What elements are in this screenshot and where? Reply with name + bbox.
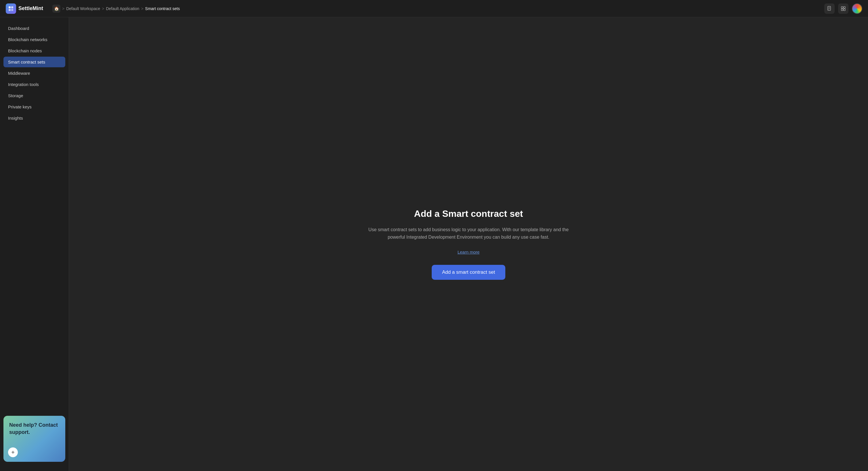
svg-rect-11 — [843, 9, 845, 11]
sidebar-item-integration-tools[interactable]: Integration tools — [3, 79, 65, 90]
breadcrumb-sep-1: > — [62, 6, 64, 11]
sidebar-item-blockchain-nodes[interactable]: Blockchain nodes — [3, 45, 65, 56]
avatar[interactable] — [852, 3, 862, 14]
main-content: Add a Smart contract set Use smart contr… — [69, 17, 868, 471]
breadcrumb-home-icon[interactable]: 🏠 — [52, 5, 60, 13]
breadcrumb-sep-2: > — [102, 6, 104, 11]
nav-items: Dashboard Blockchain networks Blockchain… — [0, 23, 69, 410]
grid-button[interactable] — [838, 3, 848, 14]
logo-icon — [6, 3, 16, 14]
breadcrumb-current: Smart contract sets — [145, 6, 180, 11]
page-title: Add a Smart contract set — [368, 209, 569, 219]
layout: Dashboard Blockchain networks Blockchain… — [0, 17, 868, 471]
breadcrumb-workspace[interactable]: Default Workspace — [66, 6, 100, 11]
svg-rect-1 — [11, 6, 13, 8]
help-card-button[interactable]: + — [8, 447, 18, 457]
help-card-text: Need help? Contact support. — [9, 421, 60, 436]
breadcrumb-application[interactable]: Default Application — [106, 6, 139, 11]
header-right — [824, 3, 862, 14]
svg-rect-0 — [9, 6, 11, 8]
sidebar-item-private-keys[interactable]: Private keys — [3, 101, 65, 112]
help-card: Need help? Contact support. + — [3, 416, 65, 462]
content-center: Add a Smart contract set Use smart contr… — [368, 209, 569, 280]
learn-more-link[interactable]: Learn more — [368, 250, 569, 254]
breadcrumb: 🏠 > Default Workspace > Default Applicat… — [52, 5, 180, 13]
sidebar-item-smart-contract-sets[interactable]: Smart contract sets — [3, 57, 65, 67]
sidebar: Dashboard Blockchain networks Blockchain… — [0, 17, 69, 471]
add-smart-contract-button[interactable]: Add a smart contract set — [432, 265, 505, 280]
sidebar-item-insights[interactable]: Insights — [3, 113, 65, 123]
header-left: SettleMint 🏠 > Default Workspace > Defau… — [6, 3, 180, 14]
sidebar-item-blockchain-networks[interactable]: Blockchain networks — [3, 34, 65, 45]
sidebar-item-middleware[interactable]: Middleware — [3, 68, 65, 78]
document-button[interactable] — [824, 3, 835, 14]
page-description: Use smart contract sets to add business … — [368, 226, 569, 241]
svg-rect-2 — [9, 9, 11, 11]
sidebar-item-dashboard[interactable]: Dashboard — [3, 23, 65, 34]
svg-rect-9 — [843, 7, 845, 8]
header: SettleMint 🏠 > Default Workspace > Defau… — [0, 0, 868, 17]
svg-rect-10 — [841, 9, 843, 11]
svg-rect-3 — [11, 9, 13, 11]
sidebar-item-storage[interactable]: Storage — [3, 90, 65, 101]
breadcrumb-sep-3: > — [141, 6, 143, 11]
logo[interactable]: SettleMint — [6, 3, 43, 14]
logo-text: SettleMint — [19, 5, 43, 11]
svg-rect-8 — [841, 7, 843, 8]
